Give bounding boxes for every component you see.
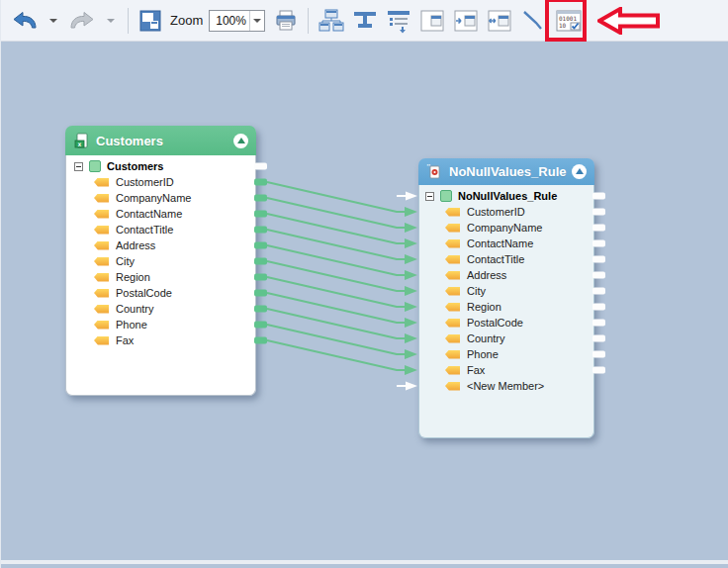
tree-collapse-expander-icon[interactable] bbox=[74, 162, 83, 171]
field-row[interactable]: Phone bbox=[66, 317, 255, 332]
field-tag-icon bbox=[445, 350, 460, 359]
field-row[interactable]: Region bbox=[66, 269, 255, 285]
mapping-arrowhead-icon bbox=[405, 270, 417, 280]
field-row[interactable]: CompanyName bbox=[66, 190, 255, 206]
field-tag-icon bbox=[445, 208, 460, 217]
redo-button[interactable] bbox=[65, 6, 99, 36]
redo-dropdown[interactable] bbox=[101, 6, 121, 36]
field-row[interactable]: Phone bbox=[419, 346, 593, 362]
zoom-dropdown-icon bbox=[253, 19, 261, 23]
svg-text:10: 10 bbox=[559, 22, 567, 29]
field-tag-icon bbox=[445, 239, 460, 248]
field-row[interactable]: Country bbox=[66, 301, 255, 317]
field-label: <New Member> bbox=[467, 380, 544, 392]
field-label: ContactTitle bbox=[467, 253, 524, 265]
field-row[interactable]: Address bbox=[419, 267, 593, 283]
mapping-canvas[interactable]: x Customers CustomersCustomerIDCompanyNa… bbox=[1, 42, 728, 564]
toolbar-separator bbox=[308, 8, 309, 34]
mapping-line[interactable] bbox=[267, 309, 406, 338]
field-tag-icon bbox=[445, 287, 460, 296]
field-label: Phone bbox=[116, 319, 147, 331]
field-row[interactable]: ContactTitle bbox=[66, 222, 255, 237]
field-row[interactable]: Region bbox=[419, 299, 593, 315]
overview-panel-button[interactable] bbox=[136, 6, 165, 36]
target-entity-nonullvalues-rule[interactable]: “ NoNullValues_Rule NoNullValues_RuleCus… bbox=[418, 158, 594, 438]
field-tag-icon bbox=[94, 241, 109, 250]
source-field-tree: CustomersCustomerIDCompanyNameContactNam… bbox=[65, 155, 256, 396]
field-label: City bbox=[467, 285, 486, 297]
side-panel-sync-button[interactable] bbox=[484, 6, 515, 36]
field-row[interactable]: CustomerID bbox=[66, 174, 255, 190]
mapping-line[interactable] bbox=[267, 277, 406, 307]
side-panel-arrow-icon bbox=[453, 8, 479, 34]
collapse-button[interactable] bbox=[233, 134, 248, 148]
expand-list-button[interactable] bbox=[383, 6, 414, 36]
tree-root-row[interactable]: NoNullValues_Rule bbox=[419, 188, 593, 204]
source-entity-title: Customers bbox=[96, 134, 233, 148]
mapping-line[interactable] bbox=[267, 293, 406, 323]
field-row[interactable]: PostalCode bbox=[419, 315, 593, 331]
source-entity-header[interactable]: x Customers bbox=[65, 126, 256, 155]
overview-panel-icon bbox=[138, 9, 162, 33]
print-button[interactable] bbox=[271, 6, 301, 36]
excel-file-icon: x bbox=[73, 133, 89, 148]
entity-node-icon bbox=[89, 160, 101, 172]
toolbar: Zoom 100% bbox=[1, 0, 728, 42]
field-row[interactable]: City bbox=[419, 283, 593, 299]
field-row[interactable]: ContactName bbox=[66, 206, 255, 222]
mapping-line[interactable] bbox=[267, 261, 406, 291]
field-row[interactable]: ContactName bbox=[419, 236, 593, 251]
field-label: Region bbox=[116, 271, 150, 283]
field-label: PostalCode bbox=[467, 317, 523, 329]
undo-button[interactable] bbox=[8, 6, 42, 36]
mapping-line[interactable] bbox=[267, 230, 406, 259]
source-entity-customers[interactable]: x Customers CustomersCustomerIDCompanyNa… bbox=[65, 126, 256, 396]
tree-root-row[interactable]: Customers bbox=[66, 158, 255, 174]
field-label: Country bbox=[116, 303, 154, 315]
tree-layout-button[interactable] bbox=[349, 6, 381, 36]
connector-line-icon bbox=[520, 8, 546, 34]
draw-connector-button[interactable] bbox=[517, 6, 549, 36]
unmapped-arrowhead-icon bbox=[406, 382, 417, 391]
field-row[interactable]: City bbox=[66, 253, 255, 269]
toolbar-separator bbox=[128, 8, 129, 34]
field-row[interactable]: ContactTitle bbox=[419, 251, 593, 267]
auto-layout-button[interactable] bbox=[316, 6, 347, 36]
field-row[interactable]: Address bbox=[66, 237, 255, 253]
undo-dropdown[interactable] bbox=[44, 6, 63, 36]
undo-dropdown-icon bbox=[49, 19, 57, 23]
preview-data-values-icon: 01001 10 bbox=[555, 7, 583, 35]
field-label: Country bbox=[467, 332, 505, 344]
collapse-up-icon bbox=[576, 168, 584, 174]
collapse-button[interactable] bbox=[572, 164, 587, 179]
preview-data-values-button[interactable]: 01001 10 bbox=[552, 6, 586, 36]
tree-collapse-expander-icon[interactable] bbox=[425, 192, 434, 201]
mapping-line[interactable] bbox=[267, 325, 406, 354]
mapping-line[interactable] bbox=[267, 340, 406, 370]
mapping-line[interactable] bbox=[267, 182, 406, 212]
field-label: PostalCode bbox=[116, 287, 172, 299]
field-tag-icon bbox=[94, 257, 109, 266]
field-row[interactable]: Fax bbox=[66, 332, 255, 348]
unmapped-arrowhead-icon bbox=[406, 192, 417, 201]
side-panel-button[interactable] bbox=[416, 6, 448, 36]
field-row[interactable]: PostalCode bbox=[66, 285, 255, 301]
field-row[interactable]: Country bbox=[419, 331, 593, 346]
target-entity-header[interactable]: “ NoNullValues_Rule bbox=[418, 158, 594, 185]
side-panel-link-button[interactable] bbox=[450, 6, 482, 36]
field-row[interactable]: CustomerID bbox=[419, 204, 593, 220]
side-panel-double-arrow-icon bbox=[487, 8, 512, 34]
mapping-line[interactable] bbox=[267, 198, 406, 228]
field-row[interactable]: Fax bbox=[419, 362, 593, 378]
mapping-arrowhead-icon bbox=[405, 349, 417, 359]
field-row[interactable]: CompanyName bbox=[419, 220, 593, 236]
zoom-combobox[interactable]: 100% bbox=[209, 10, 265, 32]
zoom-dropdown[interactable] bbox=[249, 11, 264, 31]
field-tag-icon bbox=[94, 273, 109, 282]
annotation-arrow-icon bbox=[597, 7, 661, 35]
mapping-line[interactable] bbox=[267, 214, 406, 243]
field-tag-icon bbox=[94, 321, 109, 330]
field-row[interactable]: <New Member> bbox=[419, 378, 593, 394]
zoom-label: Zoom bbox=[170, 13, 203, 28]
mapping-line[interactable] bbox=[267, 245, 406, 275]
